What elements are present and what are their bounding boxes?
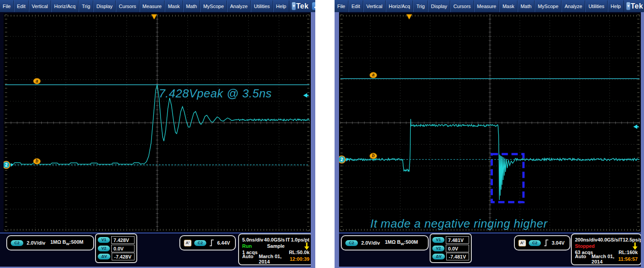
channel-scale: 2.0V/div	[27, 240, 46, 246]
menu-bar: FileEditVerticalHoriz/AcqTrigDisplayCurs…	[0, 0, 315, 12]
timebase-scale: 5.0ns/div	[242, 237, 263, 242]
sample-mode: Sample	[242, 243, 309, 249]
menu-item-edit[interactable]: Edit	[14, 0, 29, 12]
minimize-icon	[314, 7, 315, 8]
menu-item-utilities[interactable]: Utilities	[251, 0, 273, 12]
v1-value: 7.481V	[446, 236, 469, 244]
menu-item-help[interactable]: Help	[273, 0, 290, 12]
menu-bar: FileEditVerticalHoriz/AcqTrigDisplayCurs…	[335, 0, 644, 12]
trigger-position-marker[interactable]	[406, 14, 412, 19]
trigger-level-arrow[interactable]	[633, 124, 637, 129]
cursor-readout: V1 7.428V V2 0.0V ΔV -7.428V	[95, 233, 137, 263]
waveform-plot: ab2	[339, 13, 641, 232]
menu-item-cursors[interactable]: Cursors	[116, 0, 139, 12]
bandwidth-label: BW:500M	[397, 239, 418, 245]
menu-item-myscope[interactable]: MyScope	[200, 0, 227, 12]
menu-item-mask[interactable]: Mask	[499, 0, 517, 12]
waveform-annotation: 7.428Vpeak @ 3.5ns	[159, 87, 272, 101]
timebase-row: 200ns/div 40.0GS/s IT 12.5ps/pt	[575, 237, 638, 243]
menu-item-mask[interactable]: Mask	[165, 0, 183, 12]
time-label: 12:00:39	[290, 256, 309, 262]
tek-logo: Tek	[631, 2, 643, 10]
menu-item-math[interactable]: Math	[518, 0, 535, 12]
channel-2-marker[interactable]: 2	[4, 161, 13, 168]
menu-item-measure[interactable]: Measure	[139, 0, 165, 12]
v1-value: 7.428V	[111, 236, 135, 244]
channel-2-marker[interactable]: 2	[339, 156, 349, 163]
cursor-a-label: a	[33, 78, 40, 84]
tek-logo: Tek	[296, 2, 309, 10]
menu-item-edit[interactable]: Edit	[348, 0, 363, 12]
waveform-plot: ab2	[4, 13, 311, 232]
record-length: RL:50.0k	[289, 250, 309, 255]
cursor-dv-row: ΔV -7.428V	[98, 253, 135, 260]
menu-item-analyze[interactable]: Analyze	[227, 0, 251, 12]
menu-item-help[interactable]: Help	[608, 0, 624, 12]
sample-rate: 40.0GS/s	[597, 237, 618, 242]
v1-badge: V1	[98, 237, 110, 243]
trigger-readout[interactable]: A' C2 6.44V	[179, 235, 236, 250]
svg-text:b: b	[372, 153, 374, 158]
channel-readout[interactable]: C2 2.0V/div 1MΩ BW:500M	[6, 235, 94, 250]
menu-item-cursors[interactable]: Cursors	[450, 0, 474, 12]
trigger-a-badge: A'	[184, 240, 191, 246]
trigger-readout[interactable]: A' C2 3.04V	[514, 235, 570, 250]
menu-item-myscope[interactable]: MyScope	[535, 0, 561, 12]
menu-item-display[interactable]: Display	[428, 0, 450, 12]
dv-value: -7.428V	[112, 253, 135, 260]
menu-item-display[interactable]: Display	[93, 0, 116, 12]
graticule: ab2 It made a negative ringing higher	[339, 13, 641, 232]
acquisition-status: Stopped	[575, 243, 595, 249]
date-label: March 01, 2014	[592, 254, 618, 264]
channel-badge: C2	[11, 240, 23, 246]
minimize-button[interactable]	[312, 2, 315, 10]
timebase-row: 5.0ns/div 40.0GS/s IT 1.0ps/pt	[242, 237, 309, 243]
status-row: Stopped	[575, 243, 638, 250]
graticule: ab2 7.428Vpeak @ 3.5ns	[4, 13, 311, 232]
trigger-source-badge: C2	[194, 240, 207, 246]
menu-item-horiz-acq[interactable]: Horiz/Acq	[386, 0, 413, 12]
v1-badge: V1	[432, 237, 444, 243]
menu-item-vertical[interactable]: Vertical	[29, 0, 51, 12]
channel-impedance-bandwidth: 1MΩ BW:500M	[385, 239, 418, 246]
bandwidth-label: BW:500M	[62, 239, 83, 245]
window-side-border	[335, 12, 339, 268]
channel-scale: 2.0V/div	[361, 240, 380, 246]
menu-item-file[interactable]: File	[0, 0, 14, 12]
trigger-level-arrow[interactable]	[303, 93, 307, 97]
window-controls: Tek X	[631, 2, 644, 10]
menu-item-trig[interactable]: Trig	[413, 0, 428, 12]
menu-item-analyze[interactable]: Analyze	[561, 0, 585, 12]
acquisition-readout: 200ns/div 40.0GS/s IT 12.5ps/pt Stopped …	[571, 233, 642, 265]
svg-text:2: 2	[5, 163, 8, 167]
scope-window-right: FileEditVerticalHoriz/AcqTrigDisplayCurs…	[335, 0, 644, 268]
cursor-b-label: b	[33, 158, 40, 164]
menu-item-measure[interactable]: Measure	[474, 0, 500, 12]
interpolation-mode: IT	[618, 237, 623, 242]
menu-item-file[interactable]: File	[335, 0, 348, 12]
interpolation-mode: IT	[286, 237, 290, 242]
cursor-a-label: a	[370, 72, 377, 78]
trigger-a-badge: A'	[518, 240, 526, 246]
menu-item-utilities[interactable]: Utilities	[585, 0, 607, 12]
channel-readout[interactable]: C2 2.0V/div 1MΩ BW:500M	[341, 235, 429, 250]
cursor-v2-row: V2 0.0V	[98, 245, 135, 252]
cursor-readout: V1 7.481V V2 0.0V ΔV -7.481V	[430, 233, 472, 263]
menu-item-math[interactable]: Math	[183, 0, 200, 12]
timebase-scale: 200ns/div	[575, 237, 597, 242]
menu-item-horiz-acq[interactable]: Horiz/Acq	[51, 0, 79, 12]
cursor-dv-row: ΔV -7.481V	[432, 253, 469, 260]
trigger-level-value: 3.04V	[552, 240, 565, 246]
acquisition-readout: 5.0ns/div 40.0GS/s IT 1.0ps/pt Run Sampl…	[238, 233, 313, 265]
menu-overflow-button[interactable]: ▼	[292, 2, 296, 10]
menu-overflow-button[interactable]: ▼	[626, 2, 631, 10]
trigger-mode-label: Auto	[242, 254, 253, 264]
menu: FileEditVerticalHoriz/AcqTrigDisplayCurs…	[0, 0, 289, 12]
record-length: RL:160k	[618, 250, 638, 255]
trigger-position-marker[interactable]	[152, 14, 157, 19]
rising-edge-icon	[209, 239, 214, 246]
date-row: Auto March 01, 2014 12:00:39	[242, 255, 309, 262]
svg-text:2: 2	[340, 157, 343, 162]
menu-item-trig[interactable]: Trig	[78, 0, 93, 12]
menu-item-vertical[interactable]: Vertical	[363, 0, 386, 12]
